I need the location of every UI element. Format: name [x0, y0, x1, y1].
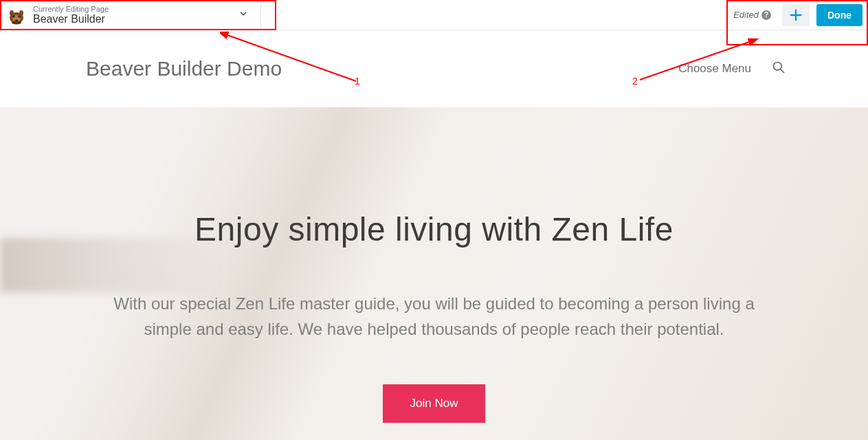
- svg-point-7: [12, 21, 21, 24]
- add-content-button[interactable]: [782, 4, 810, 26]
- hero-subtitle: With our special Zen Life master guide, …: [91, 291, 778, 342]
- beaver-logo-icon: [5, 4, 27, 26]
- hero-decor: [0, 238, 220, 293]
- svg-point-6: [19, 10, 23, 16]
- editing-info: Currently Editing Page Beaver Builder: [33, 5, 109, 25]
- search-icon[interactable]: [772, 60, 786, 77]
- site-title: Beaver Builder Demo: [86, 57, 282, 80]
- site-nav: Choose Menu: [678, 60, 786, 77]
- chevron-down-icon[interactable]: [238, 9, 248, 21]
- annotation-label-2: 2: [632, 76, 638, 87]
- hero-section: Enjoy simple living with Zen Life With o…: [0, 107, 868, 440]
- join-now-button[interactable]: Join Now: [383, 384, 486, 423]
- hero-title: Enjoy simple living with Zen Life: [194, 210, 674, 248]
- builder-toolbar: Currently Editing Page Beaver Builder Ed…: [0, 0, 868, 30]
- editing-label: Currently Editing Page: [33, 5, 109, 13]
- edited-status: Edited ?: [733, 10, 775, 20]
- editing-page-name: Beaver Builder: [33, 13, 109, 25]
- choose-menu-link[interactable]: Choose Menu: [678, 62, 751, 76]
- svg-point-5: [10, 10, 14, 16]
- toolbar-actions: Edited ? Done: [728, 0, 868, 30]
- annotation-label-1: 1: [355, 76, 360, 87]
- svg-point-2: [13, 15, 15, 17]
- page-selector[interactable]: Currently Editing Page Beaver Builder: [0, 0, 261, 30]
- site-header: Beaver Builder Demo Choose Menu: [0, 30, 868, 107]
- done-button[interactable]: Done: [816, 4, 863, 26]
- help-icon[interactable]: ?: [761, 10, 771, 20]
- svg-point-3: [19, 15, 21, 17]
- edited-label: Edited: [733, 10, 759, 20]
